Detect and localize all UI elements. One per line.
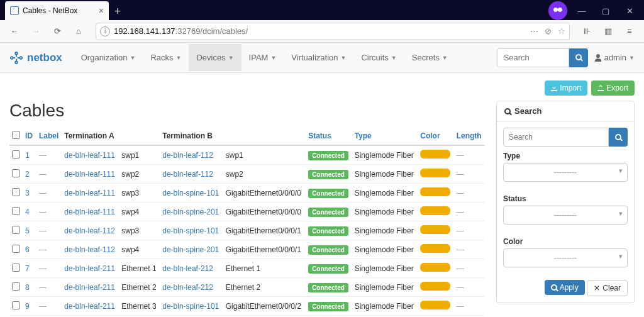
term-a-device-link[interactable]: de-bln-leaf-111 [64,170,115,179]
status-badge: Connected [308,170,348,179]
type-select[interactable]: --------- [503,163,628,182]
term-b-interface: swp2 [223,165,306,184]
term-a-device-link[interactable]: de-bln-leaf-111 [64,208,115,216]
user-menu[interactable]: admin ▼ [594,53,635,62]
term-b-device-link[interactable]: de-bln-spine-101 [162,302,219,311]
cell-length: — [454,221,485,240]
svg-point-0 [15,52,18,54]
nav-item-secrets[interactable]: Secrets ▼ [404,44,455,71]
term-a-device-link[interactable]: de-bln-leaf-111 [64,189,115,197]
minimize-icon[interactable]: — [572,1,591,20]
color-swatch [420,150,450,158]
col-type[interactable]: Type [352,127,418,145]
nav-item-organization[interactable]: Organization ▼ [74,44,143,71]
term-b-device-link[interactable]: de-bln-spine-201 [162,208,219,216]
bookmark-icon[interactable]: ☆ [558,26,565,36]
row-checkbox[interactable] [12,188,20,196]
term-a-device-link[interactable]: de-bln-leaf-111 [64,151,115,160]
cell-type: Singlemode Fiber [352,221,418,240]
cable-id-link[interactable]: 8 [25,283,30,292]
term-b-device-link[interactable]: de-bln-spine-101 [162,226,219,235]
import-button[interactable]: Import [545,81,587,96]
row-checkbox[interactable] [12,150,20,158]
term-b-interface: GigabitEthernet0/0/0/2 [223,297,306,316]
row-checkbox[interactable] [12,301,20,309]
close-window-icon[interactable]: ✕ [620,1,639,20]
table-row: 6—de-bln-leaf-112swp4de-bln-spine-201Gig… [9,240,485,259]
sidebar-icon[interactable]: ▥ [599,22,618,41]
term-a-device-link[interactable]: de-bln-leaf-211 [64,283,115,292]
nav-item-virtualization[interactable]: Virtualization ▼ [284,44,353,71]
row-checkbox[interactable] [12,226,20,234]
cell-label: — [36,259,62,278]
cable-id-link[interactable]: 2 [25,170,30,179]
term-a-interface: swp2 [119,165,160,184]
color-swatch [420,244,450,253]
term-b-device-link[interactable]: de-bln-spine-201 [162,245,219,254]
row-checkbox[interactable] [12,169,20,177]
col-id[interactable]: ID [23,127,36,145]
cable-id-link[interactable]: 7 [25,264,30,273]
cable-id-link[interactable]: 5 [25,226,30,235]
nav-item-devices[interactable]: Devices ▼ [189,44,241,71]
term-b-device-link[interactable]: de-bln-leaf-212 [162,283,213,292]
new-tab-button[interactable]: + [109,3,126,20]
select-all-checkbox[interactable] [12,131,20,139]
nav-item-racks[interactable]: Racks ▼ [143,44,189,71]
row-checkbox[interactable] [12,282,20,291]
row-checkbox[interactable] [12,264,20,272]
reload-button[interactable]: ⟳ [48,22,67,41]
term-a-device-link[interactable]: de-bln-leaf-211 [64,264,115,273]
status-badge: Connected [308,264,348,274]
panel-search-button[interactable] [609,128,628,147]
row-checkbox[interactable] [12,245,20,253]
maximize-icon[interactable]: ▢ [596,1,615,20]
color-swatch [420,169,450,177]
panel-search-input[interactable] [503,128,609,147]
site-info-icon[interactable]: i [100,26,110,36]
library-icon[interactable]: ⊪ [577,22,596,41]
reader-mode-icon[interactable]: ⊘ [545,26,552,36]
color-select[interactable]: --------- [503,248,628,267]
global-search-input[interactable] [497,48,569,67]
cable-id-link[interactable]: 6 [25,245,30,254]
global-search-button[interactable] [569,48,588,67]
cable-id-link[interactable]: 1 [25,151,30,160]
term-b-interface: Ethernet 2 [223,278,306,297]
table-row: 5—de-bln-leaf-112swp3de-bln-spine-101Gig… [9,221,485,240]
home-button[interactable]: ⌂ [69,22,88,41]
clear-button[interactable]: ✕ Clear [587,280,628,296]
term-b-device-link[interactable]: de-bln-leaf-112 [162,170,213,179]
cable-id-link[interactable]: 3 [25,189,30,197]
chevron-down-icon: ▼ [130,55,135,61]
col-status[interactable]: Status [306,127,352,145]
col-length[interactable]: Length [454,127,485,145]
term-b-device-link[interactable]: de-bln-leaf-112 [162,151,213,160]
table-row: 2—de-bln-leaf-111swp2de-bln-leaf-112swp2… [9,165,485,184]
cable-id-link[interactable]: 4 [25,208,30,216]
table-row: 8—de-bln-leaf-211Ethernet 2de-bln-leaf-2… [9,278,485,297]
status-label: Status [503,194,628,203]
close-tab-icon[interactable]: × [99,6,104,16]
status-select[interactable]: --------- [503,206,628,225]
browser-tab[interactable]: Cables - NetBox × [5,1,109,20]
row-checkbox[interactable] [12,207,20,215]
col-label[interactable]: Label [36,127,62,145]
nav-item-circuits[interactable]: Circuits ▼ [353,44,404,71]
term-a-device-link[interactable]: de-bln-leaf-211 [64,302,115,311]
status-badge: Connected [308,189,348,198]
cable-id-link[interactable]: 9 [25,302,30,311]
term-a-interface: swp3 [119,221,160,240]
col-color[interactable]: Color [418,127,453,145]
menu-icon[interactable]: ≡ [620,22,639,41]
term-b-device-link[interactable]: de-bln-spine-101 [162,189,219,197]
url-bar[interactable]: i 192.168.141.137:32769/dcim/cables/ ⋯ ⊘… [96,23,570,40]
back-button[interactable]: ← [5,22,24,41]
logo[interactable]: netbox [9,51,62,65]
term-b-device-link[interactable]: de-bln-leaf-212 [162,264,213,273]
term-a-device-link[interactable]: de-bln-leaf-112 [64,226,115,235]
term-a-device-link[interactable]: de-bln-leaf-112 [64,245,115,254]
apply-button[interactable]: Apply [545,280,585,295]
export-button[interactable]: Export [591,81,635,96]
nav-item-ipam[interactable]: IPAM ▼ [242,44,284,71]
